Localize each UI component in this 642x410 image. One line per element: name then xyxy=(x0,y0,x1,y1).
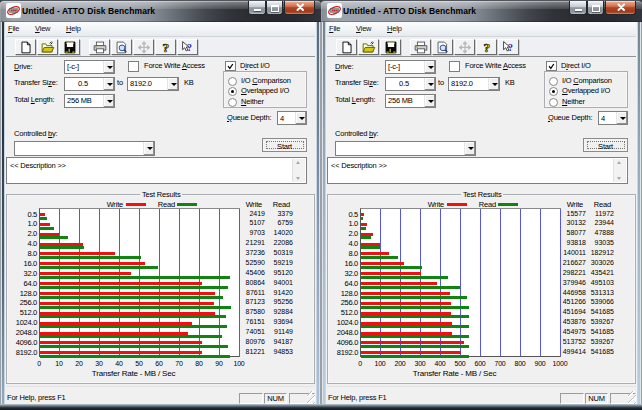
svg-text:?: ? xyxy=(483,40,490,54)
svg-text:?: ? xyxy=(162,40,169,54)
